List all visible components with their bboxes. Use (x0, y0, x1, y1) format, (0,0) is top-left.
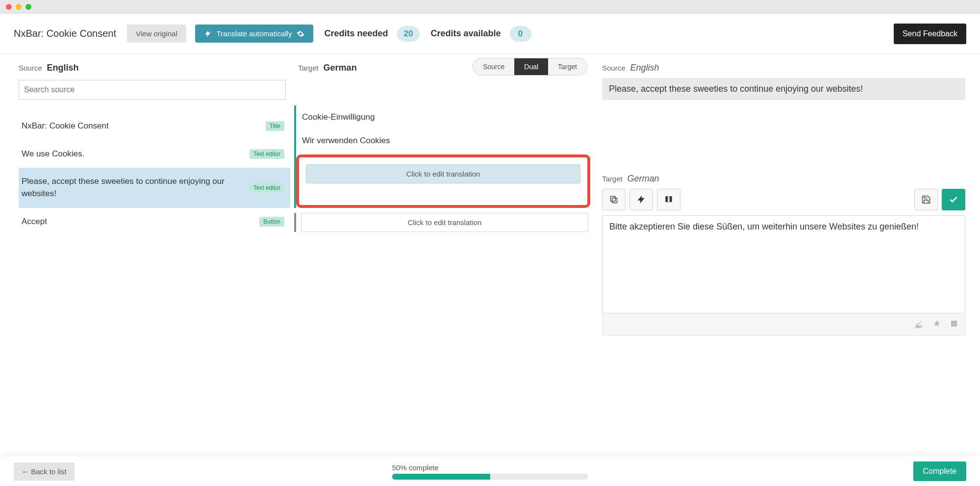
bottom-bar: ← Back to list 50% complete Complete (0, 457, 980, 486)
source-column: Source English NxBar: Cookie Consent Tit… (0, 54, 294, 456)
search-source-input[interactable] (19, 80, 286, 100)
source-row-selected[interactable]: Please, accept these sweeties to continu… (19, 168, 290, 207)
page-title: NxBar: Cookie Consent (14, 28, 116, 39)
source-row-tag: Text editor (250, 149, 284, 159)
view-mode-dual[interactable]: Dual (514, 58, 548, 75)
detail-source-header: Source English (602, 63, 965, 73)
send-feedback-button[interactable]: Send Feedback (894, 24, 966, 44)
target-footer: ABC (602, 313, 965, 336)
source-row-text: Accept (22, 216, 259, 228)
bolt-icon (204, 30, 212, 38)
save-icon (921, 195, 931, 205)
svg-rect-3 (951, 321, 957, 327)
translate-automatically-label: Translate automatically (217, 29, 292, 38)
translation-cell[interactable]: Cookie-Einwilligung (296, 105, 593, 129)
confirm-translation-button[interactable] (942, 189, 965, 210)
source-row[interactable]: NxBar: Cookie Consent Title (19, 112, 290, 140)
copy-icon (609, 195, 619, 205)
auto-translate-button[interactable] (629, 189, 653, 210)
progress-bar (392, 474, 588, 480)
source-rows: NxBar: Cookie Consent Title We use Cooki… (19, 112, 290, 235)
credits-available-value: 0 (510, 26, 531, 42)
view-original-button[interactable]: View original (127, 25, 186, 43)
source-language: English (47, 63, 78, 73)
source-row-text: NxBar: Cookie Consent (22, 120, 266, 132)
svg-rect-1 (610, 196, 615, 201)
back-to-list-button[interactable]: ← Back to list (14, 462, 75, 481)
progress-section: 50% complete (392, 463, 588, 480)
target-label: Target (298, 64, 319, 72)
credits-needed-label: Credits needed (324, 28, 388, 39)
untranslated-group: Click to edit translation (294, 213, 593, 232)
detail-source-text: Please, accept these sweeties to continu… (602, 78, 965, 100)
translation-cell[interactable]: Wir verwenden Cookies (296, 129, 593, 153)
source-row-tag: Button (259, 217, 284, 227)
progress-fill (392, 474, 490, 480)
progress-label: 50% complete (392, 463, 588, 472)
detail-source-label: Source (602, 64, 626, 72)
top-toolbar: NxBar: Cookie Consent View original Tran… (0, 14, 980, 54)
bolt-icon (636, 195, 646, 205)
glossary-button[interactable] (657, 189, 680, 210)
expand-icon[interactable] (950, 320, 958, 329)
detail-target-label: Target (602, 175, 623, 183)
detail-target-header: Target German (602, 174, 965, 184)
target-language: German (324, 63, 357, 73)
target-translation-input[interactable]: Bitte akzeptieren Sie diese Süßen, um we… (602, 215, 965, 313)
source-row[interactable]: We use Cookies. Text editor (19, 140, 290, 168)
translate-icon[interactable] (932, 319, 941, 330)
complete-button[interactable]: Complete (913, 461, 966, 481)
save-draft-button[interactable] (914, 189, 938, 210)
detail-source-language: English (630, 63, 659, 73)
credits-needed-value: 20 (397, 26, 420, 42)
source-lang-header: Source English (19, 63, 290, 73)
highlighted-edit-area: Click to edit translation (296, 154, 590, 208)
copy-source-button[interactable] (602, 189, 626, 210)
credits-available-label: Credits available (430, 28, 501, 39)
target-toolbar (602, 189, 965, 210)
main-area: Source English NxBar: Cookie Consent Tit… (0, 54, 980, 456)
view-mode-target[interactable]: Target (548, 58, 587, 75)
click-to-edit-translation[interactable]: Click to edit translation (306, 164, 580, 183)
translated-group: Cookie-Einwilligung Wir verwenden Cookie… (294, 105, 593, 208)
view-mode-source[interactable]: Source (473, 58, 514, 75)
spellcheck-icon[interactable]: ABC (915, 319, 924, 330)
source-row-tag: Text editor (250, 183, 284, 193)
svg-text:ABC: ABC (916, 325, 922, 328)
view-mode-segmented: Source Dual Target (473, 58, 587, 76)
source-row-text: We use Cookies. (22, 148, 250, 160)
source-label: Source (19, 64, 42, 72)
target-column: Target German Source Dual Target Cookie-… (294, 54, 593, 456)
detail-panel: Source English Please, accept these swee… (593, 54, 980, 456)
source-row-tag: Title (266, 121, 284, 131)
gear-icon (297, 30, 304, 38)
click-to-edit-translation[interactable]: Click to edit translation (301, 213, 588, 232)
book-icon (664, 195, 674, 205)
source-row[interactable]: Accept Button (19, 208, 290, 236)
window-titlebar (0, 0, 980, 14)
translate-automatically-button[interactable]: Translate automatically (195, 25, 314, 43)
window-minimize-dot[interactable] (16, 4, 22, 10)
window-zoom-dot[interactable] (25, 4, 31, 10)
window-close-dot[interactable] (6, 4, 12, 10)
source-row-text: Please, accept these sweeties to continu… (22, 176, 250, 200)
detail-target-language: German (628, 174, 659, 183)
svg-rect-0 (612, 198, 617, 203)
check-icon (949, 195, 958, 205)
